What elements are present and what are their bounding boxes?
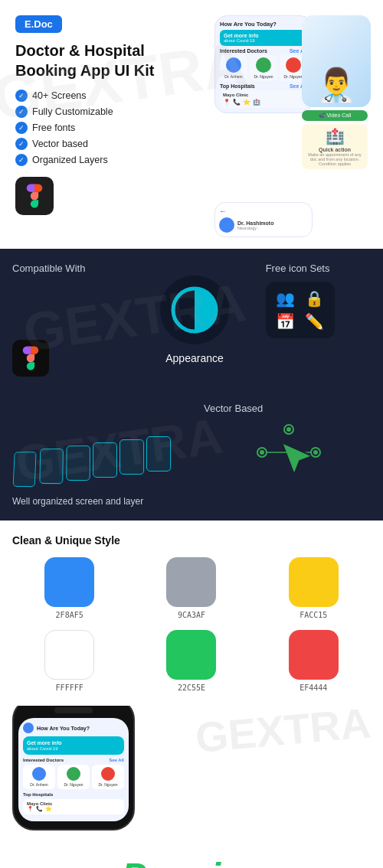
style-section: Clean & Unique Style 2F8AF5 9CA3AF FACC1… — [0, 520, 383, 706]
vector-title: Vector Based — [204, 403, 374, 414]
quick-action-card: 🏥 Quick action Make an appointment of an… — [302, 124, 368, 169]
feature-label: Free fonts — [32, 122, 75, 133]
phone-avatar — [23, 723, 34, 733]
phone-doctors-row: Dr. Anhem Dr. Nguyen Dr. Nguyen — [23, 765, 124, 789]
appearance-label: Appearance — [165, 352, 224, 364]
check-icon: ✓ — [15, 90, 28, 102]
vector-section: Well organized screen and layer Vector B… — [0, 390, 383, 520]
feature-list: ✓ 40+ Screens ✓ Fully Customizable ✓ Fre… — [15, 90, 205, 166]
feature-item: ✓ 40+ Screens — [15, 90, 205, 102]
appearance-circle-icon — [168, 283, 221, 337]
layer-card — [119, 439, 144, 475]
color-item: FACC15 — [257, 557, 371, 619]
color-hex: 9CA3AF — [178, 611, 205, 619]
phone-greeting: How Are You Today? — [37, 726, 90, 731]
color-item: 2F8AF5 — [12, 557, 126, 619]
layers-label: Well organized screen and layer — [12, 496, 182, 508]
feature-label: Fully Customizable — [32, 106, 113, 117]
vector-svg-container — [204, 422, 374, 483]
bp-doc-card: Dr. Nguyen — [92, 765, 124, 789]
hero-left: E.Doc Doctor & HospitalBooking App UI Ki… — [15, 15, 205, 237]
phone-screen: How Are You Today? Get more infoabout Co… — [18, 718, 129, 821]
color-item: 9CA3AF — [134, 557, 248, 619]
appearance-panel: Appearance — [133, 249, 256, 390]
icon-grid: 📅 — [273, 312, 298, 331]
phone-header: How Are You Today? — [23, 723, 124, 733]
doctor-card: Dr. Anhem — [220, 55, 247, 81]
color-hex: FFFFFF — [56, 684, 83, 692]
layers-visual — [12, 452, 182, 487]
vector-panel: Vector Based — [195, 390, 383, 520]
layer-card — [13, 452, 37, 487]
icon-pencil: ✏️ — [303, 312, 327, 331]
color-item: 22C55E — [134, 630, 248, 692]
doctors-label: Interested Doctors See All — [220, 48, 307, 54]
icon-people: 👥 — [273, 289, 298, 308]
doctor-avatar — [256, 57, 271, 73]
color-hex: EF4444 — [300, 684, 327, 692]
bp-doc-avatar — [67, 767, 80, 781]
doctor-profile-info: Dr. Hashimoto Neurology — [237, 220, 273, 230]
quick-icon: 🏥 — [305, 127, 365, 145]
bp-doc-card: Dr. Anhem — [23, 765, 55, 789]
color-swatch-red — [289, 630, 339, 680]
svg-point-4 — [313, 450, 318, 455]
phone-doctors-label: Interested Doctors See All — [23, 758, 124, 762]
dark-compatible-section: Compatible With Appearance Free icon Set… — [0, 249, 383, 390]
feature-label: 40+ Screens — [32, 90, 87, 101]
color-hex: 22C55E — [178, 684, 205, 692]
phone-hospitals-label: Top Hospitals — [23, 792, 124, 797]
doctor-profile-avatar — [219, 217, 234, 233]
bp-doc-card: Dr. Nguyen — [57, 765, 90, 789]
layer-card — [39, 449, 63, 484]
feature-label: Vector based — [32, 139, 88, 149]
font-section: Poppins Google Font — [0, 846, 383, 868]
color-hex: FACC15 — [300, 611, 327, 619]
feature-item: ✓ Organized Layers — [15, 154, 205, 166]
color-item: FFFFFF — [12, 630, 126, 692]
phone-mockup-section: How Are You Today? Get more infoabout Co… — [0, 706, 383, 846]
colors-grid: 2F8AF5 9CA3AF FACC15 — [12, 557, 371, 619]
compatible-title: Compatible With — [12, 263, 120, 274]
watermark-phone: GEXTRA — [193, 706, 372, 762]
figma-logo-dark — [12, 340, 49, 377]
compatible-panel: Compatible With — [0, 249, 133, 390]
doctor-profile-row: Dr. Hashimoto Neurology — [219, 217, 308, 233]
color-hex: 2F8AF5 — [56, 611, 83, 619]
vector-nodes-icon — [254, 422, 323, 483]
bp-doc-avatar — [32, 767, 46, 781]
doctor-avatar — [226, 57, 241, 73]
color-swatch-blue — [44, 557, 94, 607]
feature-item: ✓ Fully Customizable — [15, 106, 205, 118]
doctor-photo: 👨‍⚕️ — [302, 15, 371, 107]
colors-row2: FFFFFF 22C55E EF4444 — [12, 630, 371, 692]
phone-right-content: GEXTRA — [146, 706, 371, 755]
phone-notch — [54, 707, 93, 713]
icon-lock: 🔒 — [303, 289, 327, 308]
bp-hospital-card: Mayo Clinic 📍 📞 ⭐ — [23, 799, 124, 814]
free-icons-title: Free icon Sets — [266, 263, 374, 274]
style-title: Clean & Unique Style — [12, 534, 371, 547]
layer-card — [146, 436, 171, 472]
check-icon: ✓ — [15, 122, 28, 134]
appearance-icon-container — [160, 276, 229, 344]
doctor-row: Dr. Anhem Dr. Nguyen Dr. Nguyen — [220, 55, 307, 81]
hero-photos: 👨‍⚕️ 📹 Video Call 🏥 Quick action Make an… — [302, 15, 368, 169]
check-icon: ✓ — [15, 154, 28, 166]
color-swatch-yellow — [289, 557, 339, 607]
doctor-profile-phone: ← Dr. Hashimoto Neurology — [214, 202, 313, 237]
color-swatch-gray — [166, 557, 216, 607]
bp-doc-avatar — [101, 767, 115, 781]
color-item: EF4444 — [257, 630, 371, 692]
call-button: 📹 Video Call — [302, 110, 368, 121]
phone-covid-card: Get more infoabout Covid-19 — [23, 736, 124, 755]
hero-section: E.Doc Doctor & HospitalBooking App UI Ki… — [0, 0, 383, 249]
hero-title: Doctor & HospitalBooking App UI Kit — [15, 41, 205, 80]
svg-point-6 — [286, 427, 291, 432]
font-name: Poppins — [12, 857, 371, 868]
doctor-avatar — [286, 57, 301, 73]
hero-right: How Are You Today? Get more info about C… — [214, 15, 368, 237]
check-icon: ✓ — [15, 138, 28, 150]
teal-card: Get more info about Covid-19 — [220, 30, 307, 46]
hospital-card: Mayo Clinic 📍 📞 ⭐ 🏥 — [220, 90, 307, 108]
